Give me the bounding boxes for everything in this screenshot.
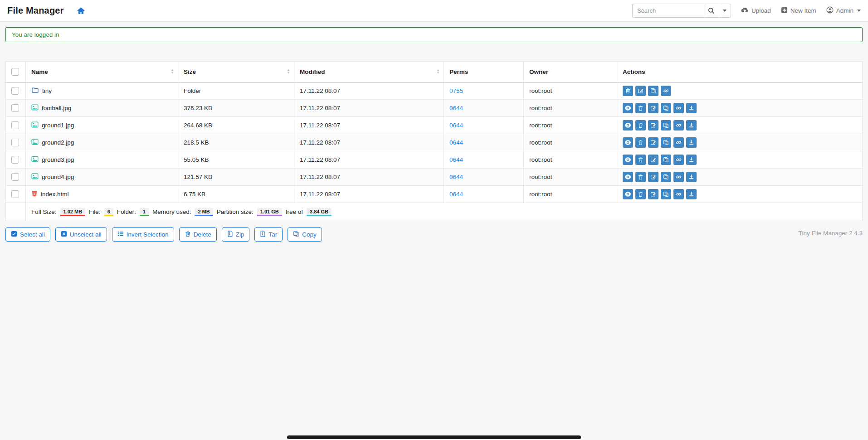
unselect-all-button[interactable]: Unselect all: [55, 227, 107, 242]
table-row: ground3.jpg55.05 KB17.11.22 08:070644roo…: [6, 151, 863, 169]
download-action-button[interactable]: [686, 172, 697, 182]
copy-action-button[interactable]: [661, 189, 671, 199]
sort-icon[interactable]: ▲▼: [287, 69, 290, 74]
file-link[interactable]: ground2.jpg: [42, 139, 74, 146]
rename-action-button[interactable]: [648, 155, 658, 165]
copy-action-button[interactable]: [661, 120, 671, 131]
home-icon[interactable]: [77, 7, 85, 15]
eye-icon: [624, 105, 631, 111]
column-header-modified[interactable]: Modified▲▼: [294, 62, 444, 82]
rename-action-button[interactable]: [648, 189, 658, 199]
download-action-button[interactable]: [686, 120, 697, 131]
copy-action-button[interactable]: [648, 86, 658, 96]
eye-icon: [624, 191, 631, 197]
link-action-button[interactable]: [673, 103, 684, 113]
folder-count-badge: 1: [140, 208, 149, 216]
sort-icon[interactable]: ▲▼: [436, 69, 440, 74]
column-header-actions: Actions: [617, 62, 863, 82]
rename-action-button[interactable]: [648, 137, 658, 148]
link-action-button[interactable]: [673, 155, 684, 165]
delete-button[interactable]: Delete: [179, 227, 217, 242]
invert-selection-button[interactable]: Invert Selection: [112, 227, 174, 242]
zip-button[interactable]: Zip: [222, 227, 250, 242]
row-checkbox[interactable]: [11, 87, 19, 95]
row-checkbox[interactable]: [11, 121, 19, 129]
file-link[interactable]: ground1.jpg: [42, 122, 74, 129]
perms-link[interactable]: 0644: [449, 139, 463, 146]
row-checkbox[interactable]: [11, 190, 19, 198]
copy-icon: [663, 140, 669, 145]
preview-action-button[interactable]: [623, 120, 633, 131]
copy-action-button[interactable]: [661, 103, 671, 113]
rename-action-button[interactable]: [648, 120, 658, 131]
file-link[interactable]: ground3.jpg: [42, 156, 74, 163]
nav-new-item-button[interactable]: New Item: [781, 7, 816, 15]
copy-button[interactable]: Copy: [288, 227, 322, 242]
download-action-button[interactable]: [686, 103, 697, 113]
preview-action-button[interactable]: [623, 172, 633, 182]
link-action-button[interactable]: [673, 172, 684, 182]
preview-action-button[interactable]: [623, 189, 633, 199]
column-header-size[interactable]: Size▲▼: [178, 62, 294, 82]
delete-action-button[interactable]: [635, 137, 646, 148]
select-all-button[interactable]: Select all: [5, 227, 50, 242]
perms-link[interactable]: 0644: [449, 156, 463, 163]
sort-icon[interactable]: ▲▼: [171, 69, 174, 74]
perms-link[interactable]: 0644: [449, 191, 463, 198]
file-size: 376.23 KB: [178, 100, 294, 117]
rename-action-button[interactable]: [648, 172, 658, 182]
delete-action-button[interactable]: [635, 155, 646, 165]
rename-action-button[interactable]: [648, 103, 658, 113]
row-checkbox[interactable]: [11, 173, 19, 181]
perms-link[interactable]: 0644: [449, 174, 463, 180]
download-icon: [688, 157, 694, 163]
row-checkbox[interactable]: [11, 104, 19, 112]
app-version: Tiny File Manager 2.4.3: [799, 227, 863, 237]
delete-action-button[interactable]: [635, 103, 646, 113]
delete-action-button[interactable]: [635, 172, 646, 182]
link-icon: [676, 174, 682, 180]
copy-icon: [663, 105, 669, 111]
search-options-dropdown[interactable]: [719, 4, 731, 18]
preview-action-button[interactable]: [623, 137, 633, 148]
download-action-button[interactable]: [686, 189, 697, 199]
link-action-button[interactable]: [673, 120, 684, 131]
trash-icon: [638, 105, 644, 111]
perms-link[interactable]: 0644: [449, 105, 463, 111]
file-link[interactable]: football.jpg: [42, 105, 71, 111]
preview-action-button[interactable]: [623, 155, 633, 165]
link-action-button[interactable]: [661, 86, 671, 96]
select-all-checkbox[interactable]: [11, 68, 19, 76]
html-file-icon: 5: [31, 190, 38, 197]
perms-link[interactable]: 0755: [449, 87, 463, 94]
tar-button[interactable]: Tar: [254, 227, 283, 242]
file-link[interactable]: tiny: [42, 87, 52, 94]
preview-action-button[interactable]: [623, 103, 633, 113]
download-action-button[interactable]: [686, 137, 697, 148]
perms-link[interactable]: 0644: [449, 122, 463, 129]
copy-action-button[interactable]: [661, 172, 671, 182]
check-square-icon: [11, 231, 17, 238]
file-size: 218.5 KB: [178, 134, 294, 151]
copy-action-button[interactable]: [661, 155, 671, 165]
file-link[interactable]: index.html: [41, 191, 69, 198]
link-action-button[interactable]: [673, 189, 684, 199]
file-table: Name▲▼ Size▲▼ Modified▲▼ Perms Owner Act…: [5, 61, 863, 221]
download-action-button[interactable]: [686, 155, 697, 165]
file-link[interactable]: ground4.jpg: [42, 174, 74, 180]
delete-action-button[interactable]: [635, 189, 646, 199]
nav-admin-dropdown[interactable]: Admin: [826, 6, 861, 15]
trash-icon: [638, 191, 644, 197]
row-checkbox[interactable]: [11, 156, 19, 164]
delete-action-button[interactable]: [635, 120, 646, 131]
column-header-name[interactable]: Name▲▼: [26, 62, 178, 82]
link-action-button[interactable]: [673, 137, 684, 148]
delete-action-button[interactable]: [623, 86, 633, 96]
search-icon[interactable]: [704, 4, 719, 18]
rename-action-button[interactable]: [635, 86, 646, 96]
search-input[interactable]: [632, 4, 704, 18]
image-file-icon: [31, 173, 39, 180]
row-checkbox[interactable]: [11, 139, 19, 146]
copy-action-button[interactable]: [661, 137, 671, 148]
nav-upload-button[interactable]: Upload: [741, 7, 771, 15]
